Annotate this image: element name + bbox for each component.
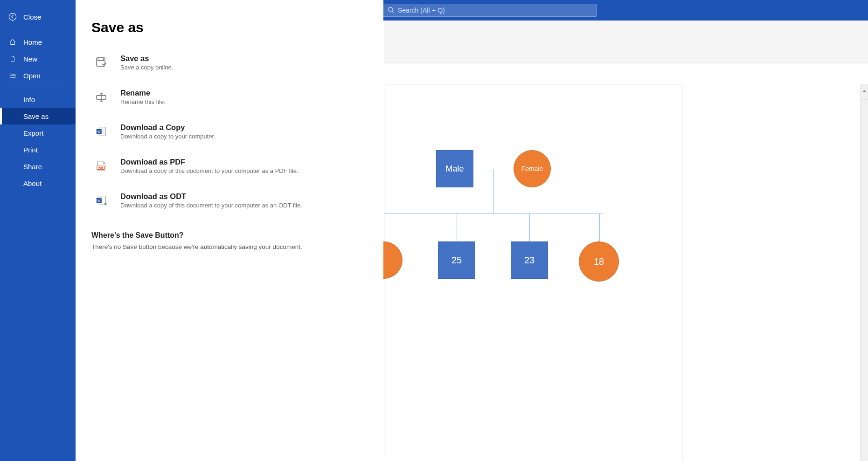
option-subtitle: Download a copy of this document to your… [120,167,299,174]
connector [529,213,530,241]
connector [457,213,457,241]
save-as-label: Save as [23,112,49,120]
node-child-4-label: 18 [594,256,604,267]
new-document-icon [8,55,17,63]
connector [493,169,494,213]
svg-text:PDF: PDF [98,166,104,169]
share-label: Share [23,163,42,171]
option-title: Download a Copy [120,123,215,132]
close-label: Close [23,13,41,21]
svg-point-0 [389,7,393,11]
vertical-scrollbar[interactable] [860,84,868,461]
sidebar-item-save-as[interactable]: Save as [0,108,76,124]
option-title: Save as [120,54,173,63]
back-arrow-icon [8,13,17,21]
node-child-2: 25 [438,241,475,279]
family-tree-chart: Male Female 25 23 18 [384,84,860,461]
sidebar-item-share[interactable]: Share [0,158,76,175]
sidebar-item-new[interactable]: New [0,50,76,67]
svg-point-2 [9,13,16,20]
connector [384,213,602,214]
option-subtitle: Download a copy of this document to your… [120,202,302,209]
node-child-3-label: 23 [524,255,535,266]
node-male-label: Male [445,164,464,174]
search-placeholder: Search (Alt + Q) [398,7,445,14]
autosave-note-title: Where's the Save Button? [91,231,369,240]
backstage-sidebar: Close Home New O [0,0,76,461]
svg-text:W: W [97,130,101,134]
node-male: Male [436,150,473,187]
open-folder-icon [8,71,17,80]
option-subtitle: Save a copy online. [120,64,173,71]
option-save-as[interactable]: Save as Save a copy online. [91,48,369,76]
export-label: Export [23,129,43,137]
sidebar-item-about[interactable]: About [0,175,76,192]
connector [384,213,384,241]
node-female: Female [514,150,551,187]
scroll-up-button[interactable] [860,84,868,100]
about-label: About [23,179,42,187]
close-backstage-button[interactable]: Close [0,0,76,25]
ribbon-area [384,21,868,63]
option-subtitle: Download a copy to your computer. [120,133,215,140]
node-child-3: 23 [511,241,548,279]
print-label: Print [23,146,38,154]
word-document-icon: W [93,124,109,139]
sidebar-item-export[interactable]: Export [0,124,76,141]
node-child-2-label: 25 [451,255,462,266]
save-as-icon [93,55,109,70]
option-title: Download as ODT [120,192,302,201]
sidebar-divider [6,87,70,87]
connector [599,213,600,241]
info-label: Info [23,96,35,103]
open-label: Open [23,72,41,80]
home-label: Home [23,38,42,46]
svg-text:W: W [97,199,101,203]
option-download-odt[interactable]: W Download as ODT Download a copy of thi… [91,186,369,214]
option-title: Rename [120,89,166,97]
option-download-pdf[interactable]: PDF Download as PDF Download a copy of t… [91,152,369,180]
option-download-copy[interactable]: W Download a Copy Download a copy to you… [91,117,369,145]
sidebar-item-home[interactable]: Home [0,34,76,50]
sidebar-item-print[interactable]: Print [0,141,76,158]
new-label: New [23,55,37,63]
home-icon [8,38,17,46]
autosave-note-body: There's no Save button because we're aut… [91,243,369,250]
svg-line-1 [392,11,394,13]
option-title: Download as PDF [120,158,299,166]
sidebar-item-open[interactable]: Open [0,67,76,84]
rename-icon [93,89,109,105]
backstage-content: Save as Save as Save a copy online. [76,0,383,461]
odt-icon: W [93,193,109,208]
page-title: Save as [91,20,369,35]
search-icon [388,7,398,14]
sidebar-item-info[interactable]: Info [0,91,76,108]
option-rename[interactable]: Rename Rename this file. [91,83,369,111]
search-box[interactable]: Search (Alt + Q) [382,4,597,17]
option-subtitle: Rename this file. [120,98,166,105]
node-female-label: Female [521,165,543,172]
node-child-4: 18 [579,241,619,282]
file-backstage: Close Home New O [0,0,383,461]
pdf-icon: PDF [93,158,109,174]
